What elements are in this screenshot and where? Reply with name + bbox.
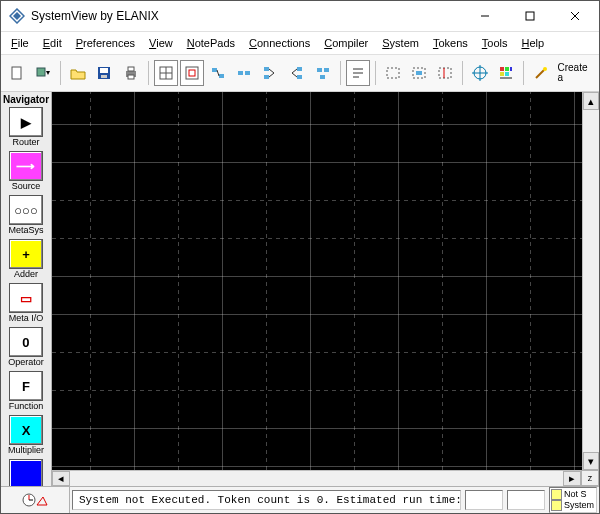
target-icon[interactable]	[468, 60, 492, 86]
select-icon[interactable]	[180, 60, 204, 86]
menu-preferences[interactable]: Preferences	[70, 35, 141, 51]
menu-tokens[interactable]: Tokens	[427, 35, 474, 51]
create-label[interactable]: Create a	[556, 63, 595, 83]
status-checks[interactable]: Not S System	[549, 487, 597, 513]
svg-rect-35	[320, 75, 325, 79]
svg-marker-1	[13, 12, 21, 20]
menu-view[interactable]: View	[143, 35, 179, 51]
svg-rect-42	[439, 68, 451, 78]
source-label: Source	[12, 182, 41, 191]
zoom-indicator[interactable]: z	[581, 470, 599, 486]
new-button[interactable]	[5, 60, 29, 86]
scroll-left-icon[interactable]: ◂	[52, 471, 70, 486]
svg-rect-13	[128, 67, 134, 71]
menu-help[interactable]: Help	[515, 35, 550, 51]
svg-rect-30	[297, 75, 302, 79]
marquee-2-icon[interactable]	[407, 60, 431, 86]
nav-router[interactable]: ▶Router	[8, 107, 44, 147]
metasys-icon: ○○○	[9, 195, 43, 225]
svg-rect-14	[128, 75, 134, 79]
nav-adder[interactable]: +Adder	[8, 239, 44, 279]
svg-rect-48	[505, 67, 509, 71]
svg-rect-34	[324, 68, 329, 72]
grid-icon[interactable]	[154, 60, 178, 86]
svg-line-31	[292, 69, 297, 73]
menu-connections[interactable]: Connections	[243, 35, 316, 51]
svg-marker-8	[46, 71, 50, 75]
metaio-icon: ▭	[9, 283, 43, 313]
svg-rect-52	[500, 77, 512, 79]
extra-icon	[9, 459, 43, 489]
metaio-label: Meta I/O	[9, 314, 44, 323]
adder-label: Adder	[14, 270, 38, 279]
svg-line-32	[292, 73, 297, 77]
scroll-up-icon[interactable]: ▴	[583, 92, 599, 110]
scroll-down-icon[interactable]: ▾	[583, 452, 599, 470]
svg-rect-39	[387, 68, 399, 78]
toolbar: Create a	[1, 55, 599, 92]
nav-source[interactable]: ⟶Source	[8, 151, 44, 191]
operator-label: Operator	[8, 358, 44, 367]
text-icon[interactable]	[346, 60, 370, 86]
vertical-scrollbar[interactable]: ▴ ▾	[582, 92, 599, 470]
window-title: SystemView by ELANIX	[31, 9, 462, 23]
router-icon: ▶	[9, 107, 43, 137]
dropdown-icon[interactable]	[31, 60, 55, 86]
palette-icon[interactable]	[494, 60, 518, 86]
align-4-icon[interactable]	[284, 60, 308, 86]
function-icon: F	[9, 371, 43, 401]
svg-rect-21	[219, 74, 224, 78]
maximize-button[interactable]	[507, 2, 552, 30]
svg-line-28	[269, 73, 274, 77]
svg-rect-50	[500, 72, 504, 76]
align-3-icon[interactable]	[258, 60, 282, 86]
svg-rect-20	[212, 68, 217, 72]
source-icon: ⟶	[9, 151, 43, 181]
wand-icon[interactable]	[529, 60, 553, 86]
nav-multiplier[interactable]: XMultiplier	[8, 415, 44, 455]
status-box-1	[465, 490, 503, 510]
svg-rect-49	[510, 67, 512, 71]
marquee-1-icon[interactable]	[381, 60, 405, 86]
navigator-title: Navigator	[3, 94, 49, 105]
svg-rect-3	[526, 12, 534, 20]
align-2-icon[interactable]	[232, 60, 256, 86]
function-label: Function	[9, 402, 44, 411]
design-canvas[interactable]	[52, 92, 582, 470]
save-button[interactable]	[92, 60, 116, 86]
minimize-button[interactable]	[462, 2, 507, 30]
svg-rect-29	[297, 67, 302, 71]
svg-rect-18	[186, 67, 198, 79]
align-1-icon[interactable]	[206, 60, 230, 86]
svg-rect-51	[505, 72, 509, 76]
horizontal-scrollbar[interactable]: ◂ ▸	[52, 470, 581, 486]
run-icon[interactable]	[1, 487, 70, 513]
scroll-right-icon[interactable]: ▸	[563, 471, 581, 486]
operator-icon: 0	[9, 327, 43, 357]
nav-metasys[interactable]: ○○○MetaSys	[8, 195, 44, 235]
marquee-3-icon[interactable]	[433, 60, 457, 86]
svg-line-53	[536, 70, 544, 78]
multiplier-icon: X	[9, 415, 43, 445]
nav-function[interactable]: FFunction	[8, 371, 44, 411]
menu-edit[interactable]: Edit	[37, 35, 68, 51]
menu-file[interactable]: File	[5, 35, 35, 51]
menu-compiler[interactable]: Compiler	[318, 35, 374, 51]
status-bar: System not Executed. Token count is 0. E…	[1, 486, 599, 513]
menu-tools[interactable]: Tools	[476, 35, 514, 51]
open-button[interactable]	[66, 60, 90, 86]
svg-rect-11	[101, 75, 107, 78]
nav-operator[interactable]: 0Operator	[8, 327, 44, 367]
app-icon	[9, 8, 25, 24]
align-5-icon[interactable]	[311, 60, 335, 86]
close-button[interactable]	[552, 2, 597, 30]
status-box-2	[507, 490, 545, 510]
svg-rect-6	[12, 67, 21, 79]
print-button[interactable]	[119, 60, 143, 86]
nav-metaio[interactable]: ▭Meta I/O	[8, 283, 44, 323]
svg-rect-33	[317, 68, 322, 72]
menu-system[interactable]: System	[376, 35, 425, 51]
svg-line-22	[217, 70, 219, 76]
navigator-panel: Navigator ▶Router⟶Source○○○MetaSys+Adder…	[1, 92, 52, 486]
menu-notepads[interactable]: NotePads	[181, 35, 241, 51]
